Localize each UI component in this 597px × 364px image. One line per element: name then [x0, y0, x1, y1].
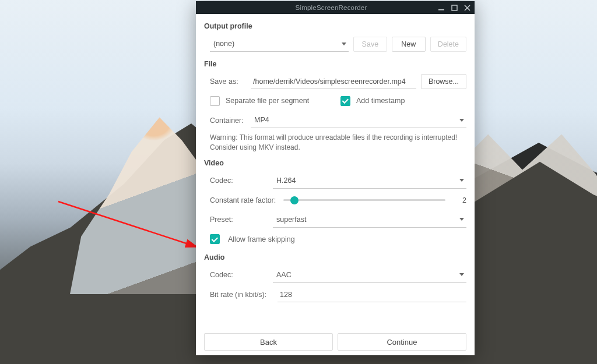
- video-codec-select[interactable]: H.264: [273, 173, 466, 189]
- close-icon[interactable]: [463, 3, 471, 12]
- maximize-icon[interactable]: [450, 3, 458, 12]
- window-title: SimpleScreenRecorder: [229, 4, 434, 11]
- audio-codec-select[interactable]: AAC: [273, 267, 466, 283]
- container-select[interactable]: MP4: [251, 112, 466, 128]
- preset-value: superfast: [276, 215, 306, 224]
- svg-rect-2: [452, 5, 457, 10]
- chevron-down-icon: [459, 218, 464, 221]
- svg-rect-1: [438, 9, 444, 10]
- add-timestamp-checkbox[interactable]: [340, 96, 350, 106]
- chevron-down-icon: [342, 43, 346, 45]
- preset-label: Preset:: [210, 215, 268, 224]
- output-profile-select[interactable]: (none): [210, 36, 349, 52]
- crf-slider[interactable]: [283, 195, 445, 206]
- audio-heading: Audio: [204, 253, 466, 261]
- file-heading: File: [204, 60, 466, 68]
- container-warning: Warning: This format will produce unread…: [204, 133, 466, 153]
- back-button[interactable]: Back: [204, 333, 333, 351]
- audio-codec-value: AAC: [276, 271, 292, 279]
- crf-value: 2: [450, 196, 466, 204]
- add-timestamp-label: Add timestamp: [356, 97, 405, 105]
- audio-bitrate-label: Bit rate (in kbit/s):: [210, 291, 273, 299]
- preset-select[interactable]: superfast: [273, 212, 466, 228]
- save-as-label: Save as:: [210, 77, 246, 86]
- output-profile-value: (none): [213, 40, 234, 48]
- profile-save-button[interactable]: Save: [353, 37, 387, 52]
- chevron-down-icon: [459, 119, 464, 122]
- video-heading: Video: [204, 159, 466, 167]
- profile-delete-button[interactable]: Delete: [430, 37, 466, 52]
- video-codec-value: H.264: [276, 176, 296, 185]
- audio-bitrate-input[interactable]: [278, 288, 466, 302]
- app-window: SimpleScreenRecorder Output profile (non…: [196, 1, 475, 355]
- frame-skipping-label: Allow frame skipping: [228, 235, 295, 243]
- crf-label: Constant rate factor:: [210, 196, 279, 204]
- container-label: Container:: [210, 116, 246, 125]
- separate-file-label: Separate file per segment: [226, 97, 309, 105]
- chevron-down-icon: [459, 273, 464, 276]
- save-as-input[interactable]: [251, 75, 416, 89]
- continue-button[interactable]: Continue: [338, 333, 466, 351]
- browse-button[interactable]: Browse...: [421, 74, 466, 89]
- slider-thumb[interactable]: [290, 196, 298, 204]
- chevron-down-icon: [459, 179, 464, 182]
- profile-new-button[interactable]: New: [392, 37, 426, 52]
- container-value: MP4: [254, 116, 269, 124]
- video-codec-label: Codec:: [210, 176, 268, 185]
- frame-skipping-checkbox[interactable]: [210, 234, 220, 244]
- output-profile-heading: Output profile: [204, 22, 466, 30]
- audio-codec-label: Codec:: [210, 271, 268, 279]
- minimize-icon[interactable]: [437, 3, 445, 12]
- separate-file-checkbox[interactable]: [210, 96, 220, 106]
- window-titlebar[interactable]: SimpleScreenRecorder: [196, 1, 475, 14]
